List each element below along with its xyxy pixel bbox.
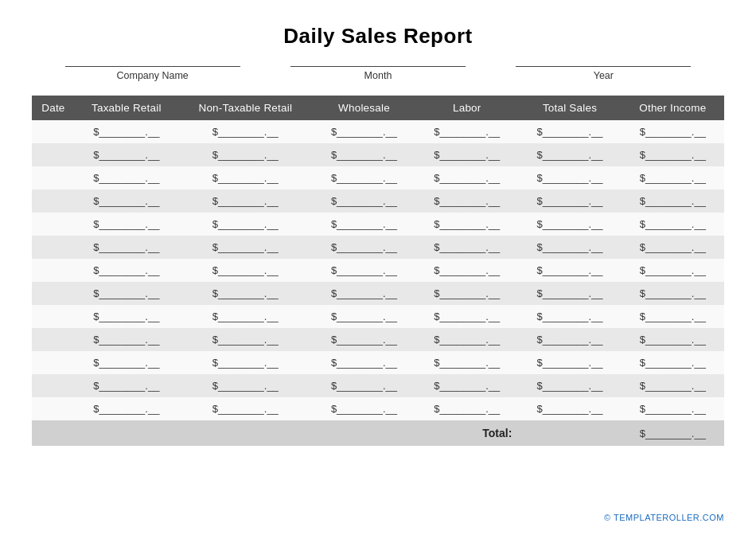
cell-date <box>32 351 75 374</box>
cell-non-taxable-retail: $________.__ <box>178 305 313 328</box>
cell-wholesale: $________.__ <box>313 328 415 351</box>
table-row: $________.__$________.__$________.__$___… <box>32 328 724 351</box>
table-row: $________.__$________.__$________.__$___… <box>32 305 724 328</box>
table-row: $________.__$________.__$________.__$___… <box>32 213 724 236</box>
cell-non-taxable-retail: $________.__ <box>178 328 313 351</box>
cell-total-sales: $________.__ <box>518 397 621 420</box>
cell-date <box>32 282 75 305</box>
month-label: Month <box>364 70 392 81</box>
cell-other-income: $________.__ <box>622 397 724 420</box>
table-row: $________.__$________.__$________.__$___… <box>32 236 724 259</box>
cell-wholesale: $________.__ <box>313 166 415 189</box>
cell-date <box>32 213 75 236</box>
col-taxable-retail: Taxable Retail <box>75 96 178 120</box>
cell-total-sales: $________.__ <box>518 120 621 143</box>
total-empty-cell <box>32 420 75 446</box>
company-line <box>65 66 240 67</box>
table-container: Date Taxable Retail Non-Taxable Retail W… <box>32 96 724 446</box>
cell-wholesale: $________.__ <box>313 236 415 259</box>
table-row: $________.__$________.__$________.__$___… <box>32 374 724 397</box>
cell-non-taxable-retail: $________.__ <box>178 397 313 420</box>
table-row: $________.__$________.__$________.__$___… <box>32 120 724 143</box>
cell-labor: $________.__ <box>415 143 518 166</box>
header-fields: Company Name Month Year <box>32 66 724 81</box>
table-header-row: Date Taxable Retail Non-Taxable Retail W… <box>32 96 724 120</box>
cell-wholesale: $________.__ <box>313 143 415 166</box>
cell-total-sales: $________.__ <box>518 189 621 213</box>
sales-table: Date Taxable Retail Non-Taxable Retail W… <box>32 96 724 446</box>
cell-wholesale: $________.__ <box>313 282 415 305</box>
col-other-income: Other Income <box>622 96 724 120</box>
cell-date <box>32 305 75 328</box>
cell-other-income: $________.__ <box>622 305 724 328</box>
footer-brand: © TEMPLATEROLLER.COM <box>604 513 724 522</box>
cell-date <box>32 120 75 143</box>
cell-non-taxable-retail: $________.__ <box>178 213 313 236</box>
cell-labor: $________.__ <box>415 374 518 397</box>
cell-other-income: $________.__ <box>622 166 724 189</box>
company-label: Company Name <box>117 70 189 81</box>
total-sales-cell <box>518 420 621 446</box>
cell-taxable-retail: $________.__ <box>75 305 178 328</box>
cell-wholesale: $________.__ <box>313 397 415 420</box>
cell-total-sales: $________.__ <box>518 374 621 397</box>
total-value: $________.__ <box>622 420 724 446</box>
cell-labor: $________.__ <box>415 282 518 305</box>
cell-wholesale: $________.__ <box>313 189 415 213</box>
cell-other-income: $________.__ <box>622 374 724 397</box>
year-line <box>516 66 691 67</box>
table-row: $________.__$________.__$________.__$___… <box>32 259 724 282</box>
cell-taxable-retail: $________.__ <box>75 189 178 213</box>
cell-wholesale: $________.__ <box>313 213 415 236</box>
cell-wholesale: $________.__ <box>313 120 415 143</box>
cell-date <box>32 143 75 166</box>
cell-other-income: $________.__ <box>622 143 724 166</box>
total-row: Total:$________.__ <box>32 420 724 446</box>
cell-other-income: $________.__ <box>622 351 724 374</box>
cell-labor: $________.__ <box>415 351 518 374</box>
page-title: Daily Sales Report <box>32 24 724 49</box>
cell-non-taxable-retail: $________.__ <box>178 236 313 259</box>
table-row: $________.__$________.__$________.__$___… <box>32 143 724 166</box>
cell-wholesale: $________.__ <box>313 305 415 328</box>
cell-taxable-retail: $________.__ <box>75 236 178 259</box>
total-empty-cell <box>178 420 313 446</box>
cell-other-income: $________.__ <box>622 120 724 143</box>
year-field: Year <box>491 66 716 81</box>
col-date: Date <box>32 96 75 120</box>
col-labor: Labor <box>415 96 518 120</box>
cell-non-taxable-retail: $________.__ <box>178 374 313 397</box>
cell-taxable-retail: $________.__ <box>75 259 178 282</box>
col-total-sales: Total Sales <box>518 96 621 120</box>
cell-labor: $________.__ <box>415 120 518 143</box>
cell-date <box>32 328 75 351</box>
cell-non-taxable-retail: $________.__ <box>178 166 313 189</box>
cell-taxable-retail: $________.__ <box>75 374 178 397</box>
cell-taxable-retail: $________.__ <box>75 213 178 236</box>
cell-other-income: $________.__ <box>622 282 724 305</box>
cell-labor: $________.__ <box>415 189 518 213</box>
page: Daily Sales Report Company Name Month Ye… <box>0 0 756 535</box>
cell-other-income: $________.__ <box>622 236 724 259</box>
cell-taxable-retail: $________.__ <box>75 397 178 420</box>
cell-total-sales: $________.__ <box>518 166 621 189</box>
table-row: $________.__$________.__$________.__$___… <box>32 189 724 213</box>
cell-total-sales: $________.__ <box>518 328 621 351</box>
cell-labor: $________.__ <box>415 397 518 420</box>
col-wholesale: Wholesale <box>313 96 415 120</box>
cell-taxable-retail: $________.__ <box>75 120 178 143</box>
cell-total-sales: $________.__ <box>518 143 621 166</box>
cell-other-income: $________.__ <box>622 259 724 282</box>
table-row: $________.__$________.__$________.__$___… <box>32 351 724 374</box>
cell-non-taxable-retail: $________.__ <box>178 282 313 305</box>
cell-date <box>32 259 75 282</box>
table-row: $________.__$________.__$________.__$___… <box>32 166 724 189</box>
total-empty-cell <box>313 420 415 446</box>
cell-total-sales: $________.__ <box>518 305 621 328</box>
cell-total-sales: $________.__ <box>518 351 621 374</box>
cell-other-income: $________.__ <box>622 328 724 351</box>
cell-date <box>32 166 75 189</box>
month-line <box>290 66 466 67</box>
cell-date <box>32 397 75 420</box>
cell-taxable-retail: $________.__ <box>75 143 178 166</box>
